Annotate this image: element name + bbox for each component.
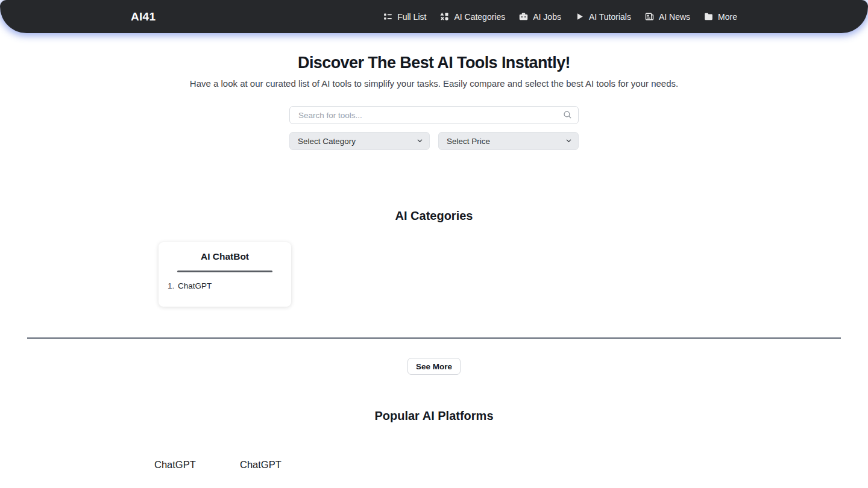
category-shapes-icon: [439, 11, 450, 22]
category-cards-row: AI ChatBot ChatGPT: [0, 242, 868, 307]
nav-label: More: [718, 12, 737, 22]
price-select[interactable]: Select Price: [438, 132, 579, 150]
newspaper-icon: [644, 11, 655, 22]
category-select[interactable]: Select Category: [289, 132, 430, 150]
platforms-row: ChatGPT ChatGPT: [0, 459, 868, 471]
nav-label: AI Jobs: [533, 12, 561, 22]
platforms-section-title: Popular AI Platforms: [0, 409, 868, 423]
page-title: Discover The Best AI Tools Instantly!: [0, 54, 868, 72]
nav-item-full-list[interactable]: Full List: [383, 11, 426, 22]
nav-item-ai-news[interactable]: AI News: [644, 11, 690, 22]
platform-item[interactable]: ChatGPT: [154, 459, 240, 471]
nav-item-ai-jobs[interactable]: AI Jobs: [518, 11, 561, 22]
folder-icon: [703, 11, 714, 22]
nav-label: Full List: [397, 12, 426, 22]
top-navbar: AI41 Full List: [0, 0, 868, 33]
search-bar: [289, 106, 579, 124]
section-divider: [27, 337, 841, 339]
navbar-inner: AI41 Full List: [131, 10, 737, 23]
page-subtitle: Have a look at our curated list of AI to…: [0, 78, 868, 89]
site-logo[interactable]: AI41: [131, 10, 156, 23]
see-more-button[interactable]: See More: [407, 358, 461, 375]
category-card-title[interactable]: AI ChatBot: [159, 251, 291, 262]
category-card-ai-chatbot: AI ChatBot ChatGPT: [159, 242, 291, 307]
card-divider: [177, 271, 272, 272]
platform-item[interactable]: ChatGPT: [240, 459, 326, 471]
price-select-value: Select Price: [447, 137, 490, 146]
nav-item-ai-tutorials[interactable]: AI Tutorials: [574, 11, 631, 22]
filter-row: Select Category Select Price: [289, 132, 579, 150]
hero-section: Discover The Best AI Tools Instantly! Ha…: [0, 54, 868, 150]
nav-item-more[interactable]: More: [703, 11, 737, 22]
categories-section-title: AI Categories: [0, 209, 868, 223]
play-icon: [574, 11, 585, 22]
list-icon: [383, 11, 393, 22]
nav-item-ai-categories[interactable]: AI Categories: [439, 11, 505, 22]
chevron-down-icon: [565, 137, 572, 146]
main-nav: Full List AI Categories: [383, 11, 737, 22]
chevron-down-icon: [417, 137, 423, 146]
nav-label: AI Categories: [454, 12, 505, 22]
popular-platforms-section: Popular AI Platforms ChatGPT ChatGPT: [0, 409, 868, 471]
nav-label: AI Tutorials: [589, 12, 631, 22]
briefcase-icon: [518, 11, 529, 22]
nav-label: AI News: [659, 12, 690, 22]
category-select-value: Select Category: [298, 137, 356, 146]
tool-list-item[interactable]: ChatGPT: [177, 281, 291, 290]
search-icon[interactable]: [562, 110, 573, 122]
ai-categories-section: AI Categories AI ChatBot ChatGPT See Mor…: [0, 209, 868, 375]
category-tool-list: ChatGPT: [159, 281, 291, 290]
search-input[interactable]: [289, 106, 579, 124]
